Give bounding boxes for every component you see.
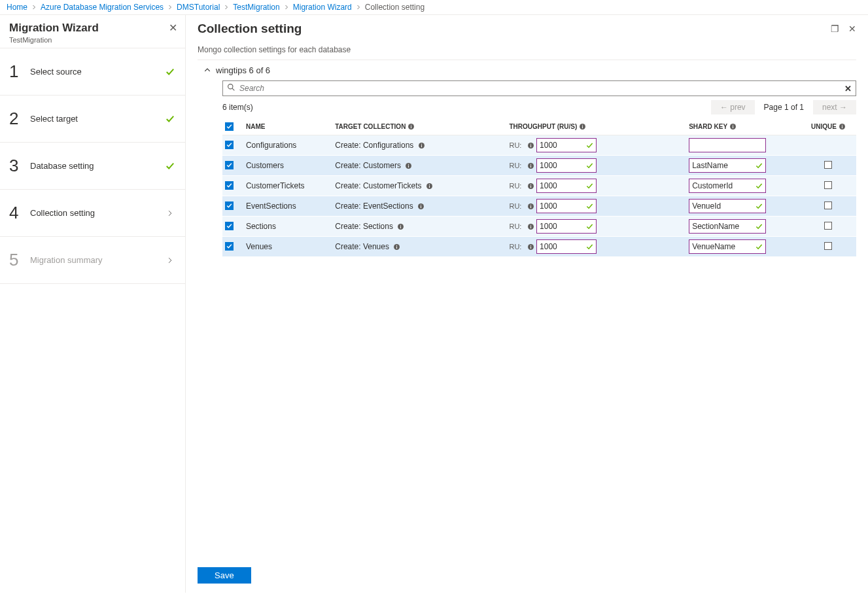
info-icon[interactable] <box>839 123 846 130</box>
info-icon[interactable] <box>393 243 400 251</box>
throughput-input[interactable]: 1000 <box>536 179 597 193</box>
wizard-step-1[interactable]: 1Select source <box>0 48 185 96</box>
step-number: 2 <box>9 109 30 129</box>
ru-label: RU: <box>509 243 521 251</box>
chevron-right-icon <box>224 3 229 12</box>
unique-checkbox[interactable] <box>824 242 832 250</box>
info-icon[interactable] <box>527 162 534 169</box>
table-row: ConfigurationsCreate: Configurations RU:… <box>222 135 856 156</box>
throughput-input[interactable]: 1000 <box>536 199 597 213</box>
wizard-step-3[interactable]: 3Database setting <box>0 143 185 190</box>
unique-checkbox[interactable] <box>824 181 832 189</box>
row-checkbox[interactable] <box>225 201 234 210</box>
collection-name: Customers <box>243 156 332 176</box>
collections-table: NAME TARGET COLLECTION THROUGHPUT (RU/S)… <box>222 118 856 257</box>
target-collection: Create: CustomerTickets <box>332 176 506 196</box>
search-icon <box>227 83 239 94</box>
prev-page-button[interactable]: ← prev <box>711 100 755 114</box>
unique-checkbox[interactable] <box>824 161 832 169</box>
target-collection: Create: Configurations <box>332 135 506 156</box>
target-collection: Create: EventSections <box>332 196 506 217</box>
info-icon[interactable] <box>405 162 412 169</box>
step-label: Select target <box>30 114 164 124</box>
chevron-up-icon <box>204 65 211 75</box>
crumb-home[interactable]: Home <box>7 3 27 12</box>
shard-key-input[interactable]: CustomerId <box>689 179 766 193</box>
next-page-button[interactable]: next → <box>813 100 856 114</box>
unique-checkbox[interactable] <box>824 222 832 230</box>
wizard-step-2[interactable]: 2Select target <box>0 96 185 143</box>
database-group-toggle[interactable]: wingtips 6 of 6 <box>198 60 856 80</box>
chevron-right-icon <box>164 210 176 217</box>
info-icon[interactable] <box>527 223 534 230</box>
wizard-sidebar: Migration Wizard TestMigration ✕ 1Select… <box>0 15 186 593</box>
select-all-checkbox[interactable] <box>225 122 234 131</box>
crumb-current: Collection setting <box>365 3 425 12</box>
throughput-input[interactable]: 1000 <box>536 239 597 254</box>
sidebar-subtitle: TestMigration <box>9 36 99 44</box>
info-icon[interactable] <box>417 203 425 210</box>
table-row: CustomerTicketsCreate: CustomerTickets R… <box>222 176 856 196</box>
shard-key-input[interactable]: VenueName <box>689 239 766 254</box>
throughput-input[interactable]: 1000 <box>536 138 597 152</box>
chevron-right-icon <box>164 257 176 264</box>
crumb-migration[interactable]: TestMigration <box>233 3 279 12</box>
step-number: 1 <box>9 61 30 82</box>
item-count: 6 item(s) <box>222 103 253 112</box>
shard-key-input[interactable]: VenueId <box>689 199 766 213</box>
table-row: EventSectionsCreate: EventSections RU: 1… <box>222 196 856 217</box>
crumb-service[interactable]: Azure Database Migration Services <box>41 3 164 12</box>
row-checkbox[interactable] <box>225 141 234 149</box>
row-checkbox[interactable] <box>225 181 234 190</box>
breadcrumb: Home Azure Database Migration Services D… <box>0 0 868 15</box>
step-label: Collection setting <box>30 208 164 218</box>
crumb-project[interactable]: DMSTutorial <box>177 3 220 12</box>
close-icon[interactable]: ✕ <box>169 22 177 34</box>
info-icon[interactable] <box>729 123 737 130</box>
check-icon <box>164 162 176 171</box>
col-shard[interactable]: SHARD KEY <box>686 118 801 135</box>
row-checkbox[interactable] <box>225 222 234 230</box>
crumb-wizard[interactable]: Migration Wizard <box>293 3 352 12</box>
table-row: VenuesCreate: Venues RU: 1000VenueName <box>222 237 856 257</box>
row-checkbox[interactable] <box>225 242 234 251</box>
step-number: 3 <box>9 156 30 176</box>
info-icon[interactable] <box>527 183 534 190</box>
col-throughput[interactable]: THROUGHPUT (RU/S) <box>506 118 686 135</box>
search-input[interactable] <box>239 84 844 93</box>
info-icon[interactable] <box>579 123 586 130</box>
step-label: Select source <box>30 67 164 77</box>
info-icon[interactable] <box>397 223 404 230</box>
save-button[interactable]: Save <box>198 567 251 584</box>
info-icon[interactable] <box>418 142 425 149</box>
info-icon[interactable] <box>527 142 534 149</box>
table-row: CustomersCreate: Customers RU: 1000LastN… <box>222 156 856 176</box>
col-unique[interactable]: UNIQUE <box>801 118 856 135</box>
clear-search-icon[interactable]: ✕ <box>844 84 852 94</box>
unique-checkbox[interactable] <box>824 201 832 209</box>
check-icon <box>164 114 176 124</box>
shard-key-input[interactable] <box>689 138 766 152</box>
wizard-step-4[interactable]: 4Collection setting <box>0 190 185 237</box>
chevron-right-icon <box>284 3 289 12</box>
shard-key-input[interactable]: LastName <box>689 158 766 173</box>
shard-key-input[interactable]: SectionName <box>689 219 766 234</box>
throughput-input[interactable]: 1000 <box>536 158 597 173</box>
throughput-input[interactable]: 1000 <box>536 219 597 234</box>
col-target[interactable]: TARGET COLLECTION <box>332 118 506 135</box>
chevron-right-icon <box>167 3 173 12</box>
info-icon[interactable] <box>426 183 433 190</box>
info-icon[interactable] <box>408 123 415 130</box>
info-icon[interactable] <box>527 243 534 251</box>
sidebar-title: Migration Wizard <box>9 22 99 35</box>
step-number: 5 <box>9 250 30 270</box>
ru-label: RU: <box>509 162 521 169</box>
collection-name: Venues <box>243 237 332 257</box>
search-box[interactable]: ✕ <box>222 80 856 96</box>
row-checkbox[interactable] <box>225 161 234 169</box>
close-icon[interactable]: ✕ <box>848 24 856 34</box>
ru-label: RU: <box>509 202 521 210</box>
col-name[interactable]: NAME <box>243 118 332 135</box>
restore-icon[interactable]: ❐ <box>831 24 839 34</box>
info-icon[interactable] <box>527 203 534 210</box>
